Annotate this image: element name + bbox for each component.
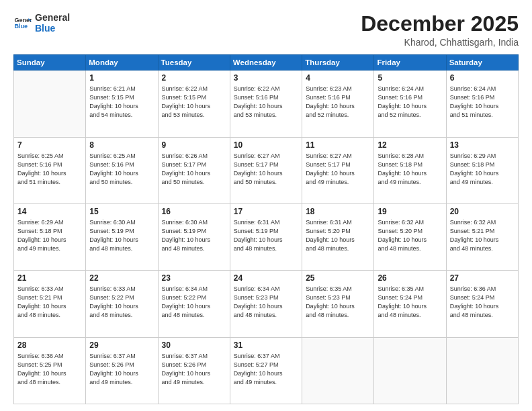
day-number: 10: [234, 140, 298, 150]
table-row: 11Sunrise: 6:27 AM Sunset: 5:17 PM Dayli…: [302, 137, 374, 203]
table-row: 20Sunrise: 6:32 AM Sunset: 5:21 PM Dayli…: [446, 203, 518, 270]
cell-info: Sunrise: 6:35 AM Sunset: 5:24 PM Dayligh…: [378, 285, 442, 320]
table-row: 12Sunrise: 6:28 AM Sunset: 5:18 PM Dayli…: [374, 137, 446, 203]
month-title: December 2025: [361, 12, 519, 36]
table-row: [446, 337, 518, 404]
cell-info: Sunrise: 6:36 AM Sunset: 5:24 PM Dayligh…: [450, 285, 515, 320]
cell-info: Sunrise: 6:37 AM Sunset: 5:26 PM Dayligh…: [89, 352, 154, 387]
table-row: 2Sunrise: 6:22 AM Sunset: 5:15 PM Daylig…: [158, 71, 230, 137]
day-number: 2: [162, 73, 226, 83]
logo-text-general: General: [35, 12, 70, 23]
cell-info: Sunrise: 6:34 AM Sunset: 5:23 PM Dayligh…: [234, 285, 298, 320]
day-number: 11: [306, 140, 370, 150]
day-number: 7: [17, 140, 82, 150]
day-number: 14: [17, 207, 82, 216]
day-number: 27: [450, 273, 515, 283]
page: General Blue General Blue December 2025 …: [0, 0, 532, 411]
cell-info: Sunrise: 6:27 AM Sunset: 5:17 PM Dayligh…: [306, 152, 370, 187]
col-saturday: Saturday: [446, 55, 518, 71]
cell-info: Sunrise: 6:24 AM Sunset: 5:16 PM Dayligh…: [450, 85, 515, 120]
cell-info: Sunrise: 6:30 AM Sunset: 5:19 PM Dayligh…: [162, 218, 226, 253]
cell-info: Sunrise: 6:37 AM Sunset: 5:26 PM Dayligh…: [162, 352, 226, 387]
table-row: 27Sunrise: 6:36 AM Sunset: 5:24 PM Dayli…: [446, 271, 518, 337]
day-number: 21: [17, 273, 82, 283]
day-number: 20: [450, 207, 515, 216]
table-row: 23Sunrise: 6:34 AM Sunset: 5:22 PM Dayli…: [158, 271, 230, 337]
day-number: 31: [234, 340, 298, 350]
table-row: [14, 71, 86, 137]
logo-icon: General Blue: [13, 13, 32, 32]
cell-info: Sunrise: 6:31 AM Sunset: 5:19 PM Dayligh…: [234, 218, 298, 253]
table-row: 4Sunrise: 6:23 AM Sunset: 5:16 PM Daylig…: [302, 71, 374, 137]
table-row: 16Sunrise: 6:30 AM Sunset: 5:19 PM Dayli…: [158, 203, 230, 270]
day-number: 17: [234, 207, 298, 216]
day-number: 26: [378, 273, 442, 283]
table-row: 25Sunrise: 6:35 AM Sunset: 5:23 PM Dayli…: [302, 271, 374, 337]
col-wednesday: Wednesday: [230, 55, 302, 71]
col-thursday: Thursday: [302, 55, 374, 71]
location: Kharod, Chhattisgarh, India: [361, 37, 519, 48]
day-number: 4: [306, 73, 370, 83]
table-row: 28Sunrise: 6:36 AM Sunset: 5:25 PM Dayli…: [14, 337, 86, 404]
table-row: 8Sunrise: 6:25 AM Sunset: 5:16 PM Daylig…: [86, 137, 158, 203]
table-row: 30Sunrise: 6:37 AM Sunset: 5:26 PM Dayli…: [158, 337, 230, 404]
calendar-table: Sunday Monday Tuesday Wednesday Thursday…: [13, 54, 519, 404]
cell-info: Sunrise: 6:30 AM Sunset: 5:19 PM Dayligh…: [89, 218, 154, 253]
table-row: 31Sunrise: 6:37 AM Sunset: 5:27 PM Dayli…: [230, 337, 302, 404]
cell-info: Sunrise: 6:27 AM Sunset: 5:17 PM Dayligh…: [234, 152, 298, 187]
cell-info: Sunrise: 6:29 AM Sunset: 5:18 PM Dayligh…: [450, 152, 515, 187]
day-number: 15: [89, 207, 154, 216]
cell-info: Sunrise: 6:32 AM Sunset: 5:21 PM Dayligh…: [450, 218, 515, 253]
day-number: 16: [162, 207, 226, 216]
col-tuesday: Tuesday: [158, 55, 230, 71]
day-number: 12: [378, 140, 442, 150]
col-monday: Monday: [86, 55, 158, 71]
calendar-week-row: 14Sunrise: 6:29 AM Sunset: 5:18 PM Dayli…: [14, 203, 519, 270]
calendar-header-row: Sunday Monday Tuesday Wednesday Thursday…: [14, 55, 519, 71]
day-number: 13: [450, 140, 515, 150]
col-sunday: Sunday: [14, 55, 86, 71]
table-row: 6Sunrise: 6:24 AM Sunset: 5:16 PM Daylig…: [446, 71, 518, 137]
cell-info: Sunrise: 6:35 AM Sunset: 5:23 PM Dayligh…: [306, 285, 370, 320]
cell-info: Sunrise: 6:21 AM Sunset: 5:15 PM Dayligh…: [89, 85, 154, 120]
col-friday: Friday: [374, 55, 446, 71]
cell-info: Sunrise: 6:37 AM Sunset: 5:27 PM Dayligh…: [234, 352, 298, 387]
logo: General Blue General Blue: [13, 12, 70, 34]
cell-info: Sunrise: 6:24 AM Sunset: 5:16 PM Dayligh…: [378, 85, 442, 120]
cell-info: Sunrise: 6:26 AM Sunset: 5:17 PM Dayligh…: [162, 152, 226, 187]
table-row: 21Sunrise: 6:33 AM Sunset: 5:21 PM Dayli…: [14, 271, 86, 337]
cell-info: Sunrise: 6:34 AM Sunset: 5:22 PM Dayligh…: [162, 285, 226, 320]
table-row: 17Sunrise: 6:31 AM Sunset: 5:19 PM Dayli…: [230, 203, 302, 270]
day-number: 8: [89, 140, 154, 150]
table-row: 13Sunrise: 6:29 AM Sunset: 5:18 PM Dayli…: [446, 137, 518, 203]
table-row: 26Sunrise: 6:35 AM Sunset: 5:24 PM Dayli…: [374, 271, 446, 337]
day-number: 1: [89, 73, 154, 83]
table-row: 10Sunrise: 6:27 AM Sunset: 5:17 PM Dayli…: [230, 137, 302, 203]
table-row: 18Sunrise: 6:31 AM Sunset: 5:20 PM Dayli…: [302, 203, 374, 270]
cell-info: Sunrise: 6:22 AM Sunset: 5:15 PM Dayligh…: [162, 85, 226, 120]
table-row: [302, 337, 374, 404]
calendar-week-row: 7Sunrise: 6:25 AM Sunset: 5:16 PM Daylig…: [14, 137, 519, 203]
cell-info: Sunrise: 6:31 AM Sunset: 5:20 PM Dayligh…: [306, 218, 370, 253]
table-row: 3Sunrise: 6:22 AM Sunset: 5:16 PM Daylig…: [230, 71, 302, 137]
day-number: 30: [162, 340, 226, 350]
day-number: 23: [162, 273, 226, 283]
header: General Blue General Blue December 2025 …: [13, 12, 519, 48]
table-row: 9Sunrise: 6:26 AM Sunset: 5:17 PM Daylig…: [158, 137, 230, 203]
table-row: 14Sunrise: 6:29 AM Sunset: 5:18 PM Dayli…: [14, 203, 86, 270]
day-number: 5: [378, 73, 442, 83]
day-number: 25: [306, 273, 370, 283]
cell-info: Sunrise: 6:33 AM Sunset: 5:22 PM Dayligh…: [89, 285, 154, 320]
day-number: 18: [306, 207, 370, 216]
day-number: 29: [89, 340, 154, 350]
table-row: 24Sunrise: 6:34 AM Sunset: 5:23 PM Dayli…: [230, 271, 302, 337]
calendar-week-row: 21Sunrise: 6:33 AM Sunset: 5:21 PM Dayli…: [14, 271, 519, 337]
cell-info: Sunrise: 6:28 AM Sunset: 5:18 PM Dayligh…: [378, 152, 442, 187]
day-number: 28: [17, 340, 82, 350]
calendar-week-row: 1Sunrise: 6:21 AM Sunset: 5:15 PM Daylig…: [14, 71, 519, 137]
day-number: 24: [234, 273, 298, 283]
table-row: 19Sunrise: 6:32 AM Sunset: 5:20 PM Dayli…: [374, 203, 446, 270]
logo-text-blue: Blue: [35, 23, 70, 34]
day-number: 6: [450, 73, 515, 83]
table-row: 22Sunrise: 6:33 AM Sunset: 5:22 PM Dayli…: [86, 271, 158, 337]
